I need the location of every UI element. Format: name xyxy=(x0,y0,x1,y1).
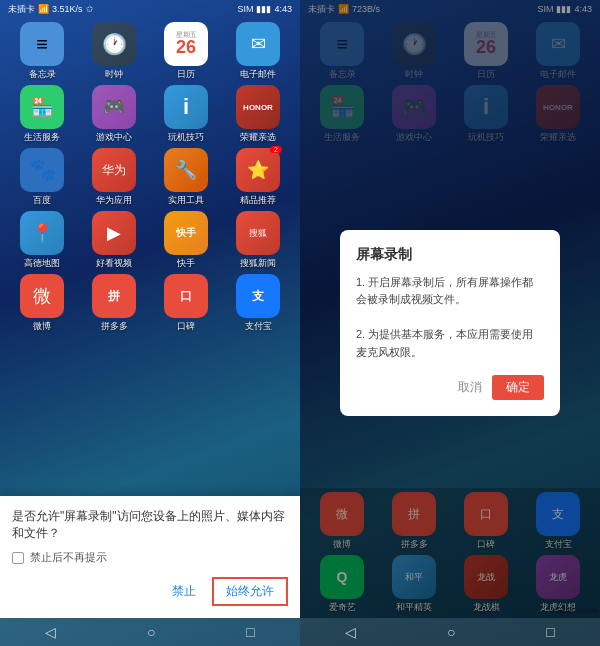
weibo-icon: 微 xyxy=(20,274,64,318)
huawei-icon: 华为 xyxy=(92,148,136,192)
right-dialog-line2: 2. 为提供基本服务，本应用需要使用麦克风权限。 xyxy=(356,328,533,358)
calendar-label: 日历 xyxy=(177,68,195,81)
app-kuai[interactable]: 快手 快手 xyxy=(152,211,220,270)
tips-icon: i xyxy=(164,85,208,129)
right-dialog-body: 1. 开启屏幕录制后，所有屏幕操作都会被录制成视频文件。 2. 为提供基本服务，… xyxy=(356,274,544,362)
clock-icon: 🕐 xyxy=(92,22,136,66)
jing-badge: 2 xyxy=(270,146,282,153)
zfb-label: 支付宝 xyxy=(245,320,272,333)
right-home-btn[interactable]: ○ xyxy=(447,624,455,640)
left-phone: 未插卡 📶 3.51K/s ✩ SIM ▮▮▮ 4:43 ≡ 备忘录 🕐 时钟 … xyxy=(0,0,300,646)
kou-icon: 口 xyxy=(164,274,208,318)
email-label: 电子邮件 xyxy=(240,68,276,81)
baidu-icon: 🐾 xyxy=(20,148,64,192)
baidu-label: 百度 xyxy=(33,194,51,207)
checkbox-box[interactable] xyxy=(12,552,24,564)
gaode-label: 高德地图 xyxy=(24,257,60,270)
notes-label: 备忘录 xyxy=(29,68,56,81)
app-notes[interactable]: ≡ 备忘录 xyxy=(8,22,76,81)
left-back-btn[interactable]: ◁ xyxy=(45,624,56,640)
right-center-dialog: 屏幕录制 1. 开启屏幕录制后，所有屏幕操作都会被录制成视频文件。 2. 为提供… xyxy=(340,230,560,417)
app-tool[interactable]: 🔧 实用工具 xyxy=(152,148,220,207)
email-icon: ✉ xyxy=(236,22,280,66)
app-jing[interactable]: ⭐ 2 精品推荐 xyxy=(224,148,292,207)
calendar-icon: 星期五 26 xyxy=(164,22,208,66)
huawei-label: 华为应用 xyxy=(96,194,132,207)
honor-label: 荣耀亲选 xyxy=(240,131,276,144)
hao-label: 好看视频 xyxy=(96,257,132,270)
right-phone: 未插卡 📶 723B/s SIM ▮▮▮ 4:43 ≡ 备忘录 🕐 时钟 星期五… xyxy=(300,0,600,646)
kou-label: 口碑 xyxy=(177,320,195,333)
carrier-left: 未插卡 xyxy=(8,3,35,16)
app-gaode[interactable]: 📍 高德地图 xyxy=(8,211,76,270)
tool-icon: 🔧 xyxy=(164,148,208,192)
app-weibo[interactable]: 微 微博 xyxy=(8,274,76,333)
hao-icon: ▶ xyxy=(92,211,136,255)
left-home-btn[interactable]: ○ xyxy=(147,624,155,640)
app-living[interactable]: 🏪 生活服务 xyxy=(8,85,76,144)
left-bottom-dialog: 是否允许"屏幕录制"访问您设备上的照片、媒体内容和文件？ 禁止后不再提示 禁止 … xyxy=(0,496,300,618)
battery-left: ▮▮▮ xyxy=(256,4,271,14)
app-email[interactable]: ✉ 电子邮件 xyxy=(224,22,292,81)
watermark: 智能家 zol.com xyxy=(551,606,598,616)
sim-icon-left: SIM xyxy=(237,4,253,14)
right-nav-bar: ◁ ○ □ xyxy=(300,618,600,646)
living-label: 生活服务 xyxy=(24,131,60,144)
app-hao[interactable]: ▶ 好看视频 xyxy=(80,211,148,270)
honor-icon: HONOR xyxy=(236,85,280,129)
sohu-label: 搜狐新闻 xyxy=(240,257,276,270)
right-dialog-title: 屏幕录制 xyxy=(356,246,544,264)
speed-left: 3.51K/s xyxy=(52,4,83,14)
app-game[interactable]: 🎮 游戏中心 xyxy=(80,85,148,144)
kuai-label: 快手 xyxy=(177,257,195,270)
right-confirm-button[interactable]: 确定 xyxy=(492,375,544,400)
living-icon: 🏪 xyxy=(20,85,64,129)
left-status-right: SIM ▮▮▮ 4:43 xyxy=(237,4,292,14)
wifi-icon-left: 📶 xyxy=(38,4,49,14)
right-recent-btn[interactable]: □ xyxy=(546,624,554,640)
left-dialog-buttons: 禁止 始终允许 xyxy=(12,577,288,606)
left-status-left: 未插卡 📶 3.51K/s ✩ xyxy=(8,3,94,16)
app-kou[interactable]: 口 口碑 xyxy=(152,274,220,333)
kuai-icon: 快手 xyxy=(164,211,208,255)
clock-label: 时钟 xyxy=(105,68,123,81)
game-label: 游戏中心 xyxy=(96,131,132,144)
app-zfb[interactable]: 支 支付宝 xyxy=(224,274,292,333)
jing-icon: ⭐ 2 xyxy=(236,148,280,192)
weibo-label: 微博 xyxy=(33,320,51,333)
tips-label: 玩机技巧 xyxy=(168,131,204,144)
app-baidu[interactable]: 🐾 百度 xyxy=(8,148,76,207)
right-back-btn[interactable]: ◁ xyxy=(345,624,356,640)
app-honor[interactable]: HONOR 荣耀亲选 xyxy=(224,85,292,144)
time-left: 4:43 xyxy=(274,4,292,14)
app-huawei[interactable]: 华为 华为应用 xyxy=(80,148,148,207)
pdd-icon: 拼 xyxy=(92,274,136,318)
app-pdd[interactable]: 拼 拼多多 xyxy=(80,274,148,333)
right-dialog-overlay: 屏幕录制 1. 开启屏幕录制后，所有屏幕操作都会被录制成视频文件。 2. 为提供… xyxy=(300,0,600,646)
app-calendar[interactable]: 星期五 26 日历 xyxy=(152,22,220,81)
app-sohu[interactable]: 搜狐 搜狐新闻 xyxy=(224,211,292,270)
right-dialog-buttons: 取消 确定 xyxy=(356,375,544,400)
game-icon: 🎮 xyxy=(92,85,136,129)
left-nav-bar: ◁ ○ □ xyxy=(0,618,300,646)
extra-left: ✩ xyxy=(86,4,94,14)
notes-icon: ≡ xyxy=(20,22,64,66)
app-tips[interactable]: i 玩机技巧 xyxy=(152,85,220,144)
gaode-icon: 📍 xyxy=(20,211,64,255)
pdd-label: 拼多多 xyxy=(101,320,128,333)
tool-label: 实用工具 xyxy=(168,194,204,207)
app-clock[interactable]: 🕐 时钟 xyxy=(80,22,148,81)
checkbox-row[interactable]: 禁止后不再提示 xyxy=(12,550,288,565)
left-app-grid: ≡ 备忘录 🕐 时钟 星期五 26 日历 ✉ 电子邮件 🏪 生活服务 🎮 游戏中… xyxy=(0,18,300,337)
checkbox-label: 禁止后不再提示 xyxy=(30,550,107,565)
deny-button[interactable]: 禁止 xyxy=(164,577,204,606)
right-dialog-line1: 1. 开启屏幕录制后，所有屏幕操作都会被录制成视频文件。 xyxy=(356,276,533,306)
right-cancel-button[interactable]: 取消 xyxy=(458,375,482,400)
left-recent-btn[interactable]: □ xyxy=(246,624,254,640)
zfb-icon: 支 xyxy=(236,274,280,318)
sohu-icon: 搜狐 xyxy=(236,211,280,255)
jing-label: 精品推荐 xyxy=(240,194,276,207)
allow-button[interactable]: 始终允许 xyxy=(212,577,288,606)
left-status-bar: 未插卡 📶 3.51K/s ✩ SIM ▮▮▮ 4:43 xyxy=(0,0,300,18)
left-dialog-title: 是否允许"屏幕录制"访问您设备上的照片、媒体内容和文件？ xyxy=(12,508,288,542)
